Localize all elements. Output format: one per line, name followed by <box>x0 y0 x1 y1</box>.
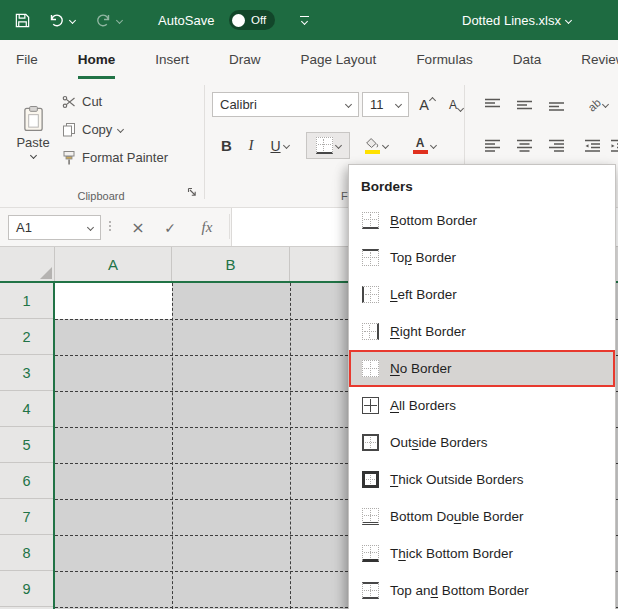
tab-home[interactable]: Home <box>78 40 116 79</box>
paste-dropdown-icon[interactable] <box>29 151 36 158</box>
paste-button[interactable]: Paste <box>8 88 58 174</box>
menu-item-left-border[interactable]: Left Border <box>349 276 615 313</box>
clipboard-group-label: Clipboard <box>0 190 202 202</box>
tab-label: Insert <box>155 52 189 67</box>
row-header-6[interactable]: 6 <box>0 463 53 499</box>
row-header-7[interactable]: 7 <box>0 499 53 535</box>
menu-item-all-borders[interactable]: All Borders <box>349 387 615 424</box>
autosave-toggle[interactable]: Off <box>229 0 275 40</box>
tab-file[interactable]: File <box>16 40 38 79</box>
tab-page-layout[interactable]: Page Layout <box>301 40 377 79</box>
chevron-down-icon[interactable] <box>429 142 436 149</box>
chevron-down-icon[interactable] <box>602 101 609 108</box>
redo-dropdown-icon[interactable] <box>116 16 123 23</box>
increase-indent-button[interactable] <box>605 132 618 159</box>
column-header-b[interactable]: B <box>172 247 290 281</box>
align-bottom-icon <box>547 97 566 113</box>
row-header-label: 6 <box>22 473 30 489</box>
row-header-1[interactable]: 1 <box>0 283 53 319</box>
fill-color-button[interactable] <box>354 132 398 159</box>
enter-check-icon: ✓ <box>164 220 176 236</box>
align-bottom-button[interactable] <box>541 92 571 117</box>
tab-draw[interactable]: Draw <box>229 40 261 79</box>
chevron-down-icon[interactable] <box>382 142 389 149</box>
underline-button[interactable]: U <box>261 132 298 159</box>
menu-item-thick-outside-borders[interactable]: Thick Outside Borders <box>349 461 615 498</box>
cut-button[interactable]: Cut <box>62 94 102 109</box>
menu-item-no-border[interactable]: No Border <box>349 350 615 387</box>
tab-insert[interactable]: Insert <box>155 40 189 79</box>
copy-dropdown-icon[interactable] <box>117 126 124 133</box>
menu-item-bottom-border[interactable]: Bottom Border <box>349 202 615 239</box>
cancel-button[interactable]: × <box>124 215 152 240</box>
tab-review[interactable]: Review <box>581 40 618 79</box>
title-bar: AutoSave Off Dotted Lines.xlsx <box>0 0 618 40</box>
tab-label: File <box>16 52 38 67</box>
undo-dropdown-icon[interactable] <box>69 16 76 23</box>
align-top-button[interactable] <box>477 92 507 117</box>
border-grid-icon <box>316 137 333 154</box>
menu-item-top-and-bottom-border[interactable]: Top and Bottom Border <box>349 572 615 609</box>
row-header-8[interactable]: 8 <box>0 535 53 571</box>
document-title[interactable]: Dotted Lines.xlsx <box>462 0 571 40</box>
copy-button[interactable]: Copy <box>62 122 123 137</box>
menu-item-label: No Border <box>390 361 452 376</box>
grow-font-button[interactable]: A <box>413 92 441 117</box>
row-headers: 1 2 3 4 5 6 7 8 9 <box>0 283 55 609</box>
row-header-label: 4 <box>22 401 30 417</box>
row-header-4[interactable]: 4 <box>0 391 53 427</box>
tab-label: Formulas <box>416 52 472 67</box>
clipboard-dialog-launcher[interactable] <box>187 183 197 201</box>
paint-bucket-icon <box>364 137 380 154</box>
menu-item-outside-borders[interactable]: Outside Borders <box>349 424 615 461</box>
font-size-combo[interactable]: 11 <box>362 92 409 117</box>
save-button[interactable] <box>14 0 31 40</box>
chevron-down-icon[interactable] <box>395 101 402 108</box>
menu-item-bottom-double-border[interactable]: Bottom Double Border <box>349 498 615 535</box>
tab-formulas[interactable]: Formulas <box>416 40 472 79</box>
chevron-down-icon[interactable] <box>283 142 290 149</box>
row-header-2[interactable]: 2 <box>0 319 53 355</box>
italic-button[interactable]: I <box>241 132 261 159</box>
align-right-button[interactable] <box>541 132 571 159</box>
orientation-button[interactable]: ab <box>583 92 613 117</box>
column-header-label: A <box>108 256 118 273</box>
shrink-font-button[interactable]: A <box>443 92 469 117</box>
insert-function-button[interactable]: fx <box>192 215 222 240</box>
align-left-button[interactable] <box>477 132 507 159</box>
align-middle-button[interactable] <box>509 92 539 117</box>
tab-data[interactable]: Data <box>513 40 542 79</box>
decrease-indent-button[interactable] <box>579 132 605 159</box>
menu-item-right-border[interactable]: Right Border <box>349 313 615 350</box>
name-box[interactable]: A1 <box>8 215 101 240</box>
font-name-combo[interactable]: Calibri <box>212 92 359 117</box>
drag-handle-icon[interactable] <box>109 221 111 231</box>
format-painter-button[interactable]: Format Painter <box>62 150 168 165</box>
row-header-9[interactable]: 9 <box>0 571 53 607</box>
select-all-button[interactable] <box>0 247 55 281</box>
undo-button[interactable] <box>48 0 75 40</box>
name-box-dropdown-icon[interactable] <box>87 224 94 231</box>
menu-item-top-border[interactable]: Top Border <box>349 239 615 276</box>
top-and-bottom-border-icon <box>362 582 379 599</box>
chevron-down-icon[interactable] <box>345 101 352 108</box>
fill-color-swatch <box>365 150 380 154</box>
active-cell[interactable] <box>55 283 172 319</box>
borders-button[interactable] <box>306 132 350 159</box>
bottom-border-icon <box>362 212 379 229</box>
row-header-label: 2 <box>22 329 30 345</box>
font-color-button[interactable]: A <box>402 132 446 159</box>
row-header-5[interactable]: 5 <box>0 427 53 463</box>
redo-button[interactable] <box>95 0 122 40</box>
row-header-3[interactable]: 3 <box>0 355 53 391</box>
enter-button[interactable]: ✓ <box>156 215 184 240</box>
menu-item-thick-bottom-border[interactable]: Thick Bottom Border <box>349 535 615 572</box>
quick-access-dropdown[interactable] <box>300 0 309 40</box>
autosave-pill[interactable]: Off <box>229 10 275 30</box>
chevron-down-icon[interactable] <box>334 142 341 149</box>
top-border-icon <box>362 249 379 266</box>
borders-menu: Borders Bottom Border Top Border Left Bo… <box>348 164 616 609</box>
column-header-a[interactable]: A <box>55 247 172 281</box>
bold-button[interactable]: B <box>214 132 239 159</box>
align-center-button[interactable] <box>509 132 539 159</box>
